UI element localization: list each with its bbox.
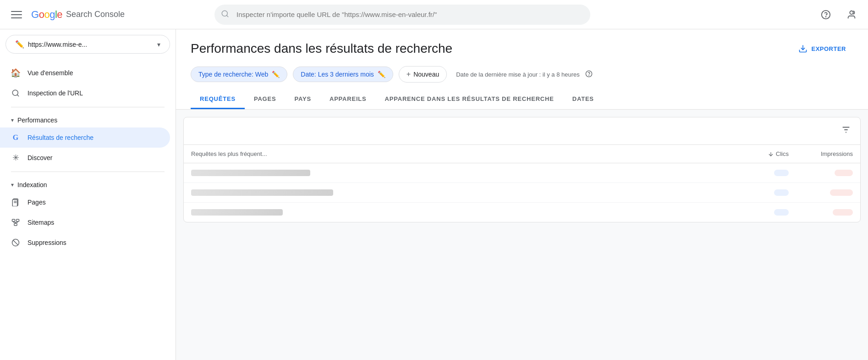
table-row (184, 163, 860, 183)
suppressions-icon (11, 238, 20, 247)
url-search-bar: document.querySelector('[data-name="url-… (214, 5, 590, 25)
sidebar-item-suppressions[interactable]: Suppressions (0, 233, 170, 253)
sitemaps-icon (11, 218, 20, 227)
account-button[interactable] (842, 6, 861, 24)
sidebar-item-url-inspection-label: Inspection de l'URL (27, 89, 83, 97)
nav-divider-2 (11, 172, 165, 172)
indexation-section-label: Indexation (17, 181, 47, 188)
help-icon-small[interactable] (585, 70, 593, 79)
sidebar-item-url-inspection[interactable]: Inspection de l'URL (0, 83, 170, 103)
tabs-row: REQUÊTES PAGES PAYS APPAREILS APPARENCE … (191, 90, 853, 109)
url-search-input[interactable] (214, 5, 590, 25)
svg-line-20 (13, 240, 18, 245)
filter-row: Type de recherche: Web ✏️ Date: Les 3 de… (191, 66, 853, 83)
col-query-header: Requêtes les plus fréquent... (191, 150, 734, 157)
tab-pages[interactable]: PAGES (245, 90, 286, 109)
chevron-down-icon: ▾ (11, 117, 14, 123)
hamburger-icon (11, 9, 22, 20)
plus-icon: + (407, 70, 411, 78)
tab-appareils[interactable]: APPAREILS (320, 90, 376, 109)
svg-rect-11 (12, 219, 15, 222)
page-title: Performances dans les résultats de reche… (191, 41, 452, 56)
pages-icon (11, 198, 20, 207)
sidebar-item-search-results-label: Résultats de recherche (27, 134, 93, 141)
tab-pays[interactable]: PAYS (285, 90, 320, 109)
help-button[interactable] (817, 6, 835, 24)
tab-requetes[interactable]: REQUÊTES (191, 90, 245, 109)
tab-dates[interactable]: DATES (563, 90, 603, 109)
home-icon: 🏠 (11, 68, 20, 78)
sidebar-item-search-results[interactable]: G Résultats de recherche (0, 127, 170, 148)
tab-apparence[interactable]: APPARENCE DANS LES RÉSULTATS DE RECHERCH… (376, 90, 563, 109)
svg-rect-13 (14, 223, 17, 226)
search-url-icon (11, 89, 20, 98)
table-row (184, 183, 860, 203)
sidebar-item-pages-label: Pages (27, 199, 46, 206)
sidebar-item-pages[interactable]: Pages (0, 192, 170, 212)
svg-line-1 (226, 15, 228, 17)
topbar-right (817, 6, 861, 24)
pencil-icon: ✏️ (15, 40, 24, 49)
sidebar-item-discover-label: Discover (27, 154, 52, 161)
date-filter[interactable]: Date: Les 3 derniers mois ✏️ (293, 66, 393, 82)
sidebar-item-overview[interactable]: 🏠 Vue d'ensemble (0, 63, 170, 83)
svg-line-6 (17, 94, 18, 96)
property-selector[interactable]: ✏️ https://www.mise-e... ▾ (5, 35, 170, 54)
sidebar-item-discover[interactable]: ✳ Discover (0, 148, 170, 168)
table-toolbar (184, 117, 860, 145)
table-header: Requêtes les plus fréquent... Clics Impr… (184, 145, 860, 163)
col-clics-header[interactable]: Clics (734, 150, 789, 157)
main-layout: ✏️ https://www.mise-e... ▾ 🏠 Vue d'ensem… (0, 29, 868, 360)
nav-divider-1 (11, 107, 165, 107)
search-icon (221, 10, 229, 20)
dropdown-arrow-icon: ▾ (157, 41, 160, 48)
title-row: Performances dans les résultats de reche… (191, 40, 853, 57)
google-g-icon: G (11, 133, 20, 142)
logo: Google Search Console (31, 9, 125, 21)
sidebar-item-sitemaps[interactable]: Sitemaps (0, 212, 170, 233)
search-type-filter[interactable]: Type de recherche: Web ✏️ (191, 66, 287, 82)
sidebar-item-sitemaps-label: Sitemaps (27, 219, 54, 226)
content-area: Performances dans les résultats de reche… (176, 29, 868, 360)
table-row (184, 203, 860, 222)
col-impressions-header: Impressions (789, 150, 853, 157)
content-header: Performances dans les résultats de reche… (176, 29, 868, 110)
edit-icon-2: ✏️ (378, 71, 385, 78)
topbar-left: Google Search Console (7, 6, 209, 24)
export-button[interactable]: EXPORTER (791, 40, 853, 57)
edit-icon: ✏️ (272, 71, 280, 78)
property-name: https://www.mise-e... (28, 41, 87, 48)
sidebar-item-suppressions-label: Suppressions (27, 239, 66, 246)
google-logo: Google (31, 9, 62, 21)
sidebar-item-overview-label: Vue d'ensemble (27, 69, 73, 77)
chevron-down-icon-2: ▾ (11, 182, 14, 188)
product-name: Search Console (66, 10, 125, 19)
main-nav: 🏠 Vue d'ensemble Inspection de l'URL ▾ P… (0, 59, 176, 256)
svg-rect-12 (16, 219, 19, 222)
svg-point-4 (850, 11, 853, 14)
indexation-section-header[interactable]: ▾ Indexation (0, 176, 176, 192)
topbar: Google Search Console document.querySele… (0, 0, 868, 29)
last-update-text: Date de la dernière mise à jour : il y a… (456, 71, 580, 78)
sidebar: ✏️ https://www.mise-e... ▾ 🏠 Vue d'ensem… (0, 29, 176, 360)
data-table: Requêtes les plus fréquent... Clics Impr… (183, 117, 861, 222)
performances-section-label: Performances (17, 116, 57, 124)
performances-section-header[interactable]: ▾ Performances (0, 111, 176, 127)
new-filter-button[interactable]: + Nouveau (399, 66, 447, 83)
discover-icon: ✳ (11, 153, 20, 162)
table-filter-button[interactable] (839, 123, 853, 139)
hamburger-menu-button[interactable] (7, 6, 26, 24)
